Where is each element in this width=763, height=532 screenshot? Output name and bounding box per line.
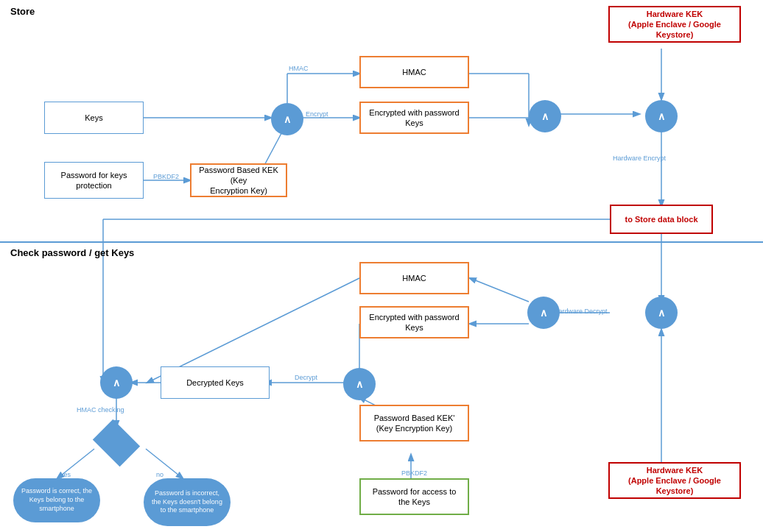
- encrypt-label: Encrypt: [306, 110, 328, 118]
- decrypt-label: Decrypt: [295, 374, 317, 381]
- store-section-label: Store: [10, 6, 35, 17]
- and-gate-1: ∧: [271, 103, 303, 135]
- section-divider: [0, 241, 763, 243]
- pbkdf2-label-2: PBKDF2: [401, 469, 427, 477]
- check-section-label: Check password / get Keys: [10, 247, 134, 258]
- and-gate-decrypt: ∧: [343, 368, 376, 400]
- incorrect-outcome: Password is incorrect, the Keys doesn't …: [144, 478, 231, 526]
- encrypted-password-box: Encrypted with passwordKeys: [359, 102, 469, 134]
- hmac-arrow-label: HMAC: [289, 65, 309, 72]
- and-gate-hmac-check: ∧: [100, 366, 133, 399]
- hmac-box-top: HMAC: [359, 56, 469, 88]
- hardware-kek-box: Hardware KEK(Apple Enclave / Google Keys…: [608, 6, 741, 43]
- password-access-box: Password for access tothe Keys: [359, 478, 469, 515]
- and-gate-2: ∧: [529, 100, 561, 132]
- pbkdf2-label: PBKDF2: [153, 173, 179, 180]
- hardware-kek-box-2: Hardware KEK(Apple Enclave / Google Keys…: [608, 462, 741, 499]
- encrypted-keys-box-check: Encrypted with passwordKeys: [359, 306, 469, 338]
- password-kek2-box: Password Based KEK'(Key Encryption Key): [359, 405, 469, 441]
- hmac-diamond: Is HMAC correct?: [87, 421, 146, 465]
- hmac-box-check: HMAC: [359, 262, 469, 294]
- decrypted-keys-box: Decrypted Keys: [161, 366, 270, 399]
- diagram-container: Store Keys Password for keysprotection P…: [0, 0, 763, 532]
- svg-line-23: [470, 278, 529, 302]
- no-label: no: [156, 471, 164, 478]
- password-box: Password for keysprotection: [44, 162, 144, 199]
- and-gate-3: ∧: [645, 100, 678, 132]
- hardware-encrypt-label: Hardware Encrypt: [613, 155, 666, 162]
- keys-box: Keys: [44, 102, 144, 134]
- password-kek-box: Password Based KEK (KeyEncryption Key): [190, 163, 287, 197]
- hardware-decrypt-label: Hardware Decrypt: [554, 308, 608, 315]
- correct-outcome: Password is correct, the Keys belong to …: [13, 478, 100, 522]
- and-gate-hw-decrypt-right: ∧: [645, 297, 678, 329]
- store-data-block: to Store data block: [610, 205, 713, 234]
- yes-label: yes: [60, 471, 71, 478]
- svg-line-27: [146, 449, 183, 478]
- hmac-checking-label: HMAC checking: [77, 406, 124, 414]
